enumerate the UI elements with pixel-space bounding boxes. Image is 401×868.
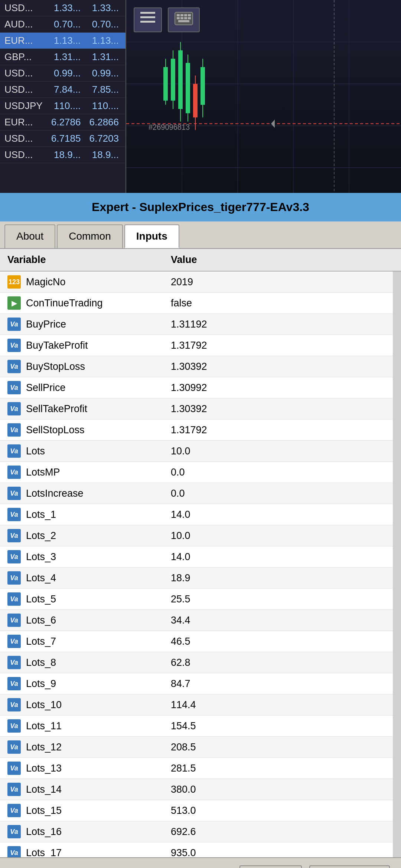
hamburger-menu-btn[interactable] [134,7,162,32]
row-icon: Va [7,719,21,733]
row-variable-name: LotsIncrease [26,488,171,499]
table-row[interactable]: Va BuyStopLoss 1.30392 [0,356,401,377]
row-variable-name: LotsMP [26,467,171,478]
svg-rect-6 [184,14,187,16]
tab-inputs[interactable]: Inputs [124,224,179,248]
table-row[interactable]: Va Lots_1 14.0 [0,504,401,525]
market-symbol: EUR... [4,116,43,128]
market-row[interactable]: GBP... 1.31... 1.31... [0,49,125,65]
table-row[interactable]: Va Lots_15 513.0 [0,800,401,821]
svg-rect-12 [178,20,189,22]
table-row[interactable]: ▶ ConTinueTrading false [0,293,401,314]
table-row[interactable]: Va Lots_11 154.5 [0,716,401,737]
expert-title-text: Expert - SuplexPrices_tiger777-EAv3.3 [92,200,309,214]
table-row[interactable]: Va SellPrice 1.30992 [0,377,401,398]
row-icon: Va [7,550,21,563]
row-variable-value: 34.4 [171,615,394,626]
row-icon: Va [7,381,21,394]
market-bid: 1.13... [43,35,81,46]
row-icon: Va [7,423,21,437]
row-variable-name: Lots_3 [26,551,171,563]
table-header: Variable Value [0,249,401,272]
market-symbol: GBP... [4,51,43,63]
row-icon: Va [7,783,21,796]
row-icon: Va [7,656,21,669]
market-row[interactable]: USD... 1.33... 1.33... [0,0,125,16]
row-variable-name: Lots_13 [26,763,171,774]
svg-rect-0 [140,12,155,14]
table-row[interactable]: Va Lots_13 281.5 [0,758,401,779]
market-symbol: USD... [4,84,43,95]
market-row[interactable]: USD... 6.7185 6.7203 [0,131,125,147]
market-row[interactable]: USD... 0.99... 0.99... [0,65,125,82]
market-row[interactable]: USD... 18.9... 18.9... [0,147,125,163]
table-row[interactable]: Va Lots_3 14.0 [0,546,401,568]
market-bid: 110.... [43,100,81,112]
table-row[interactable]: Va Lots_12 208.5 [0,737,401,758]
row-icon: Va [7,592,21,606]
row-icon: Va [7,402,21,415]
market-ask: 6.7203 [81,133,121,144]
row-variable-name: Lots_17 [26,847,171,858]
table-row[interactable]: Va SellStopLoss 1.31792 [0,420,401,441]
row-icon: Va [7,444,21,458]
row-icon: Va [7,571,21,585]
table-row[interactable]: Va LotsIncrease 0.0 [0,483,401,504]
table-row[interactable]: Va Lots_5 25.5 [0,589,401,610]
row-variable-name: Lots_4 [26,572,171,584]
row-variable-name: Lots_8 [26,657,171,668]
row-variable-value: 62.8 [171,657,394,668]
market-row[interactable]: EUR... 1.13... 1.13... [0,33,125,49]
market-symbol: EUR... [4,35,43,46]
row-variable-name: SellStopLoss [26,424,171,436]
market-row[interactable]: AUD... 0.70... 0.70... [0,16,125,33]
table-row[interactable]: Va Lots_6 34.4 [0,610,401,631]
table-row[interactable]: Va Lots_14 380.0 [0,779,401,800]
row-variable-value: 281.5 [171,763,394,774]
table-row[interactable]: Va Lots_7 46.5 [0,631,401,652]
table-row[interactable]: Va Lots 10.0 [0,441,401,462]
table-row[interactable]: Va SellTakeProfit 1.30392 [0,398,401,420]
row-variable-name: Lots_11 [26,720,171,732]
row-variable-value: 0.0 [171,467,394,478]
row-variable-value: 46.5 [171,636,394,647]
row-variable-value: 154.5 [171,720,394,732]
row-variable-name: BuyStopLoss [26,361,171,372]
table-row[interactable]: Va Lots_17 935.0 [0,842,401,857]
table-row[interactable]: Va LotsMP 0.0 [0,462,401,483]
table-row[interactable]: Va Lots_2 10.0 [0,525,401,546]
expert-title: Expert - SuplexPrices_tiger777-EAv3.3 [0,193,401,221]
market-row[interactable]: USDJPY 110.... 110.... [0,98,125,114]
market-bid: 7.84... [43,84,81,95]
tab-common[interactable]: Common [57,224,123,248]
market-ask: 1.31... [81,51,121,63]
tab-about[interactable]: About [4,224,55,248]
row-icon: Va [7,762,21,775]
row-variable-name: SellPrice [26,382,171,394]
row-variable-name: BuyPrice [26,319,171,330]
table-row[interactable]: Va Lots_16 692.6 [0,821,401,842]
market-symbol: USD... [4,2,43,14]
market-row[interactable]: EUR... 6.2786 6.2866 [0,114,125,131]
table-row[interactable]: Va Lots_9 84.7 [0,673,401,694]
row-variable-value: 1.30992 [171,382,394,394]
table-row[interactable]: Va Lots_10 114.4 [0,694,401,716]
row-variable-value: 18.9 [171,572,394,584]
market-row[interactable]: USD... 7.84... 7.85... [0,82,125,98]
content-wrapper: Variable Value 123 MagicNo 2019 ▶ ConTin… [0,249,401,857]
keyboard-btn[interactable] [168,7,200,32]
table-row[interactable]: Va Lots_8 62.8 [0,652,401,673]
table-row[interactable]: Va BuyTakeProfit 1.31792 [0,335,401,356]
market-ask: 110.... [81,100,121,112]
table-row[interactable]: Va BuyPrice 1.31192 [0,314,401,335]
table-rows: 123 MagicNo 2019 ▶ ConTinueTrading false… [0,272,401,857]
ok-button[interactable]: OK [239,865,301,868]
scroll-indicator[interactable] [393,272,401,857]
table-row[interactable]: Va Lots_4 18.9 [0,568,401,589]
bottom-buttons: OK Cancel [0,857,401,868]
row-variable-value: 84.7 [171,678,394,690]
row-variable-name: Lots [26,445,171,457]
table-row[interactable]: 123 MagicNo 2019 [0,272,401,293]
cancel-button[interactable]: Cancel [309,865,390,868]
row-variable-value: 0.0 [171,488,394,499]
